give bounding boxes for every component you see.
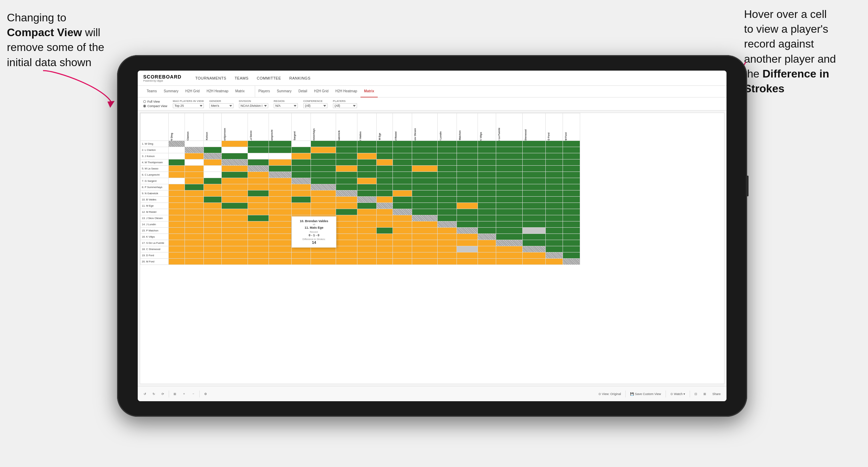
matrix-cell[interactable] bbox=[546, 141, 563, 147]
division-select[interactable]: NCAA Division I bbox=[239, 103, 268, 108]
matrix-cell[interactable] bbox=[522, 190, 546, 197]
matrix-cell[interactable] bbox=[311, 252, 336, 259]
matrix-cell[interactable] bbox=[478, 259, 496, 265]
matrix-cell[interactable] bbox=[376, 166, 393, 172]
matrix-cell[interactable] bbox=[357, 203, 376, 209]
gender-select[interactable]: Men's bbox=[209, 103, 233, 108]
matrix-cell[interactable] bbox=[203, 172, 221, 178]
matrix-cell[interactable] bbox=[336, 197, 357, 203]
matrix-cell[interactable] bbox=[522, 159, 546, 166]
matrix-cell[interactable] bbox=[393, 209, 412, 215]
matrix-cell[interactable] bbox=[269, 190, 292, 197]
matrix-cell[interactable] bbox=[203, 221, 221, 228]
matrix-cell[interactable] bbox=[248, 221, 269, 228]
matrix-cell[interactable] bbox=[222, 228, 248, 234]
matrix-cell[interactable] bbox=[522, 153, 546, 159]
matrix-cell[interactable] bbox=[546, 221, 563, 228]
matrix-cell[interactable] bbox=[269, 166, 292, 172]
matrix-cell[interactable] bbox=[438, 221, 457, 228]
matrix-cell[interactable] bbox=[376, 178, 393, 184]
matrix-cell[interactable] bbox=[376, 197, 393, 203]
matrix-cell[interactable] bbox=[222, 166, 248, 172]
matrix-cell[interactable] bbox=[412, 203, 438, 209]
matrix-cell[interactable] bbox=[438, 153, 457, 159]
matrix-cell[interactable] bbox=[169, 209, 185, 215]
matrix-cell[interactable] bbox=[393, 172, 412, 178]
matrix-cell[interactable] bbox=[169, 141, 185, 147]
matrix-cell[interactable] bbox=[457, 159, 478, 166]
matrix-cell[interactable] bbox=[248, 141, 269, 147]
matrix-cell[interactable] bbox=[496, 159, 522, 166]
settings-button[interactable]: ⚙ bbox=[202, 391, 209, 397]
matrix-cell[interactable] bbox=[269, 153, 292, 159]
matrix-cell[interactable] bbox=[412, 259, 438, 265]
share-button[interactable]: Share bbox=[711, 391, 722, 397]
matrix-cell[interactable] bbox=[457, 178, 478, 184]
matrix-cell[interactable] bbox=[311, 184, 336, 190]
matrix-cell[interactable] bbox=[336, 221, 357, 228]
matrix-cell[interactable] bbox=[546, 197, 563, 203]
matrix-cell[interactable] bbox=[291, 147, 311, 153]
matrix-cell[interactable] bbox=[478, 215, 496, 221]
matrix-cell[interactable] bbox=[185, 184, 203, 190]
matrix-cell[interactable] bbox=[563, 159, 580, 166]
matrix-cell[interactable] bbox=[291, 259, 311, 265]
matrix-cell[interactable] bbox=[248, 159, 269, 166]
matrix-cell[interactable] bbox=[169, 259, 185, 265]
matrix-cell[interactable] bbox=[248, 234, 269, 240]
matrix-cell[interactable] bbox=[269, 203, 292, 209]
matrix-cell[interactable] bbox=[248, 203, 269, 209]
matrix-cell[interactable] bbox=[336, 215, 357, 221]
matrix-cell[interactable] bbox=[496, 215, 522, 221]
tab-summary-1[interactable]: Summary bbox=[160, 86, 182, 97]
matrix-cell[interactable] bbox=[546, 215, 563, 221]
matrix-cell[interactable] bbox=[269, 178, 292, 184]
matrix-cell[interactable] bbox=[457, 141, 478, 147]
matrix-cell[interactable] bbox=[185, 246, 203, 252]
matrix-cell[interactable] bbox=[563, 153, 580, 159]
tab-teams[interactable]: Teams bbox=[143, 86, 160, 97]
matrix-cell[interactable] bbox=[185, 259, 203, 265]
matrix-cell[interactable] bbox=[248, 166, 269, 172]
matrix-cell[interactable] bbox=[376, 172, 393, 178]
matrix-cell[interactable] bbox=[357, 209, 376, 215]
matrix-cell[interactable] bbox=[357, 215, 376, 221]
matrix-cell[interactable] bbox=[393, 234, 412, 240]
matrix-cell[interactable] bbox=[336, 178, 357, 184]
matrix-cell[interactable] bbox=[563, 147, 580, 153]
matrix-cell[interactable] bbox=[357, 153, 376, 159]
matrix-cell[interactable] bbox=[291, 166, 311, 172]
matrix-cell[interactable] bbox=[269, 141, 292, 147]
matrix-cell[interactable] bbox=[248, 228, 269, 234]
matrix-cell[interactable] bbox=[376, 159, 393, 166]
matrix-cell[interactable] bbox=[291, 141, 311, 147]
matrix-cell[interactable] bbox=[311, 147, 336, 153]
matrix-cell[interactable] bbox=[376, 184, 393, 190]
matrix-cell[interactable] bbox=[248, 252, 269, 259]
matrix-cell[interactable] bbox=[457, 228, 478, 234]
redo-button[interactable]: ↻ bbox=[151, 391, 157, 397]
matrix-cell[interactable] bbox=[522, 228, 546, 234]
zoom-fit-button[interactable]: ⊞ bbox=[172, 391, 178, 397]
matrix-cell[interactable] bbox=[438, 147, 457, 153]
matrix-cell[interactable] bbox=[478, 184, 496, 190]
matrix-cell[interactable] bbox=[438, 246, 457, 252]
matrix-cell[interactable] bbox=[546, 240, 563, 246]
matrix-cell[interactable] bbox=[478, 172, 496, 178]
matrix-cell[interactable] bbox=[248, 172, 269, 178]
matrix-cell[interactable] bbox=[357, 197, 376, 203]
matrix-cell[interactable] bbox=[412, 240, 438, 246]
matrix-cell[interactable] bbox=[169, 240, 185, 246]
matrix-cell[interactable] bbox=[478, 240, 496, 246]
matrix-cell[interactable] bbox=[438, 178, 457, 184]
matrix-cell[interactable] bbox=[269, 234, 292, 240]
matrix-cell[interactable] bbox=[203, 153, 221, 159]
matrix-cell[interactable] bbox=[457, 184, 478, 190]
matrix-cell[interactable] bbox=[222, 197, 248, 203]
tab-players[interactable]: Players bbox=[255, 86, 273, 97]
matrix-cell[interactable] bbox=[336, 172, 357, 178]
matrix-cell[interactable] bbox=[269, 172, 292, 178]
matrix-cell[interactable] bbox=[203, 141, 221, 147]
matrix-cell[interactable] bbox=[203, 228, 221, 234]
matrix-cell[interactable] bbox=[169, 184, 185, 190]
